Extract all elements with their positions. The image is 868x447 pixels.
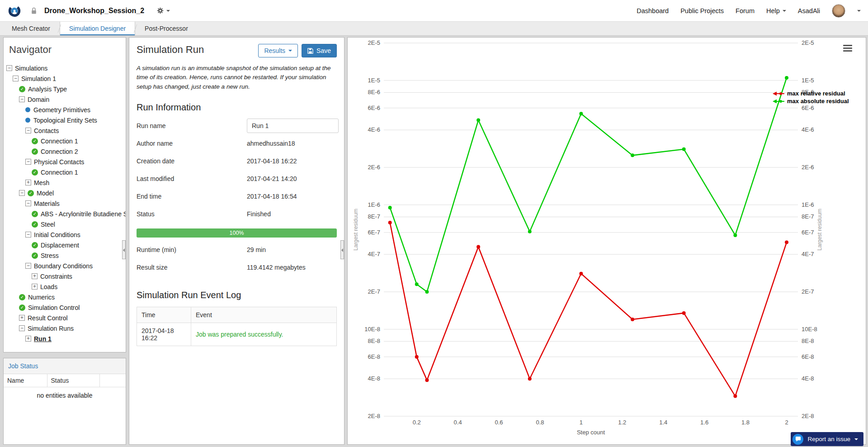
field-value: 2017-04-18 16:54 (247, 193, 297, 200)
tree-item-mesh[interactable]: +Mesh (4, 177, 126, 188)
run-panel-collapse-handle[interactable] (340, 240, 344, 259)
nav-dashboard[interactable]: Dashboard (637, 7, 669, 14)
user-avatar[interactable] (832, 4, 845, 18)
x-axis-title: Step count (577, 429, 605, 436)
results-button-label: Results (264, 47, 285, 54)
residuals-chart-panel: 2E-52E-51E-51E-58E-68E-66E-66E-64E-64E-6… (347, 37, 866, 445)
tree-item-simulations[interactable]: −Simulations (4, 63, 126, 73)
tree-item-connection-2[interactable]: ✓Connection 2 (4, 146, 126, 157)
collapse-toggle-icon[interactable]: − (25, 159, 31, 165)
nav-help[interactable]: Help (766, 7, 786, 14)
collapse-toggle-icon[interactable]: − (25, 232, 31, 238)
results-button[interactable]: Results (258, 44, 298, 57)
nav-public-projects[interactable]: Public Projects (680, 7, 724, 14)
y-tick-label-left: 2E-7 (368, 288, 380, 295)
collapse-toggle-icon[interactable]: − (25, 263, 31, 269)
expand-toggle-icon[interactable]: + (19, 315, 25, 321)
navigator-collapse-handle[interactable] (122, 240, 126, 259)
collapse-toggle-icon[interactable]: − (13, 76, 19, 81)
simulation-run-panel: Simulation Run Results Save A simulation… (129, 37, 344, 445)
collapse-toggle-icon[interactable]: − (25, 128, 31, 133)
tree-item-label: Connection 1 (41, 138, 78, 145)
tree-item-physical-contacts[interactable]: −Physical Contacts (4, 157, 126, 167)
project-settings-button[interactable] (157, 7, 170, 14)
tree-item-stress[interactable]: ✓Stress (4, 250, 126, 261)
run-immutable-note: A simulation run is an immutable snapsho… (137, 64, 337, 91)
y-tick-label-left: 10E-8 (364, 326, 380, 333)
y-tick-label-right: 8E-8 (802, 338, 814, 344)
report-issue-caret-icon[interactable] (854, 438, 858, 440)
save-button[interactable]: Save (302, 44, 337, 57)
run-panel-title: Simulation Run (137, 44, 204, 56)
y-tick-label-left: 8E-7 (368, 213, 380, 220)
y-tick-label-right: 8E-7 (802, 213, 814, 220)
tree-item-geometry-primitives[interactable]: Geometry Primitives (4, 105, 126, 115)
data-point (682, 311, 686, 315)
tab-post-processor[interactable]: Post-Processor (136, 22, 197, 35)
tree-item-initial-conditions[interactable]: −Initial Conditions (4, 229, 126, 240)
caret-down-icon (166, 10, 170, 12)
tree-item-label: Steel (41, 221, 55, 228)
nav-forum[interactable]: Forum (736, 7, 755, 14)
collapse-toggle-icon[interactable]: − (19, 325, 25, 331)
tree-item-constraints[interactable]: +Constraints (4, 271, 126, 281)
simscale-logo-icon[interactable] (7, 4, 22, 18)
field-value: 29 min (247, 246, 266, 253)
tree-item-label: Analysis Type (28, 86, 67, 93)
field-label: Creation date (137, 157, 247, 165)
tree-item-label: Topological Entity Sets (33, 117, 97, 124)
legend-dot (779, 92, 782, 95)
tree-item-loads[interactable]: +Loads (4, 281, 126, 292)
tree-item-steel[interactable]: ✓Steel (4, 219, 126, 229)
y-axis-title-left: Largest residuum (353, 209, 359, 251)
tree-item-topological-entity-sets[interactable]: Topological Entity Sets (4, 115, 126, 125)
tree-item-connection-1[interactable]: ✓Connection 1 (4, 167, 126, 177)
tree-item-analysis-type[interactable]: ✓Analysis Type (4, 84, 126, 94)
tree-item-numerics[interactable]: ✓Numerics (4, 292, 126, 302)
tree-item-domain[interactable]: −Domain (4, 94, 126, 105)
check-icon: ✓ (19, 304, 25, 311)
tree-item-simulation-control[interactable]: ✓Simulation Control (4, 302, 126, 313)
check-icon: ✓ (32, 148, 38, 155)
expand-toggle-icon[interactable]: + (25, 336, 31, 342)
field-last-modified: Last modified2017-04-21 14:20 (137, 170, 337, 188)
tree-item-boundary-conditions[interactable]: −Boundary Conditions (4, 261, 126, 271)
tree-item-model[interactable]: −✓Model (4, 188, 126, 198)
y-tick-label-left: 2E-6 (368, 164, 380, 171)
data-point (579, 112, 583, 115)
chart-menu-icon[interactable] (843, 45, 852, 52)
tree-item-connection-1[interactable]: ✓Connection 1 (4, 136, 126, 146)
y-tick-label-left: 1E-5 (368, 77, 380, 84)
tab-simulation-designer[interactable]: Simulation Designer (60, 22, 135, 35)
nav-username[interactable]: AsadAli (798, 7, 820, 14)
user-menu-caret-icon[interactable] (857, 10, 861, 12)
tree-item-displacement[interactable]: ✓Displacement (4, 240, 126, 250)
data-point (733, 395, 737, 398)
report-issue-button[interactable]: Report an issue (791, 432, 863, 446)
field-label: Runtime (min) (137, 246, 247, 253)
y-tick-label-left: 8E-6 (368, 89, 380, 95)
job-status-title[interactable]: Job Status (4, 358, 126, 374)
y-tick-label-left: 6E-6 (368, 105, 380, 111)
x-tick-label: 0.2 (413, 419, 421, 426)
run-name-input[interactable] (247, 119, 339, 133)
collapse-toggle-icon[interactable]: − (25, 200, 31, 206)
expand-toggle-icon[interactable]: + (25, 180, 31, 185)
legend-arrow-icon (773, 100, 777, 104)
tree-item-label: Boundary Conditions (34, 262, 93, 270)
job-status-empty-message: no entities available (4, 387, 126, 404)
tree-item-materials[interactable]: −Materials (4, 198, 126, 209)
collapse-toggle-icon[interactable]: − (19, 96, 25, 102)
tree-item-contacts[interactable]: −Contacts (4, 125, 126, 136)
tree-item-simulation-1[interactable]: −Simulation 1 (4, 73, 126, 84)
y-tick-label-right: 1E-6 (802, 201, 814, 208)
tree-item-result-control[interactable]: +Result Control (4, 313, 126, 323)
collapse-toggle-icon[interactable]: − (6, 65, 12, 71)
expand-toggle-icon[interactable]: + (32, 284, 38, 290)
collapse-toggle-icon[interactable]: − (19, 190, 25, 196)
tree-item-run-1[interactable]: +Run 1 (4, 333, 126, 344)
expand-toggle-icon[interactable]: + (32, 273, 38, 279)
tree-item-simulation-runs[interactable]: −Simulation Runs (4, 323, 126, 333)
tab-mesh-creator[interactable]: Mesh Creator (3, 22, 59, 35)
tree-item-abs-acrylonitrile-butadiene-st[interactable]: ✓ABS - Acrylonitrile Butadiene St... (4, 209, 126, 219)
